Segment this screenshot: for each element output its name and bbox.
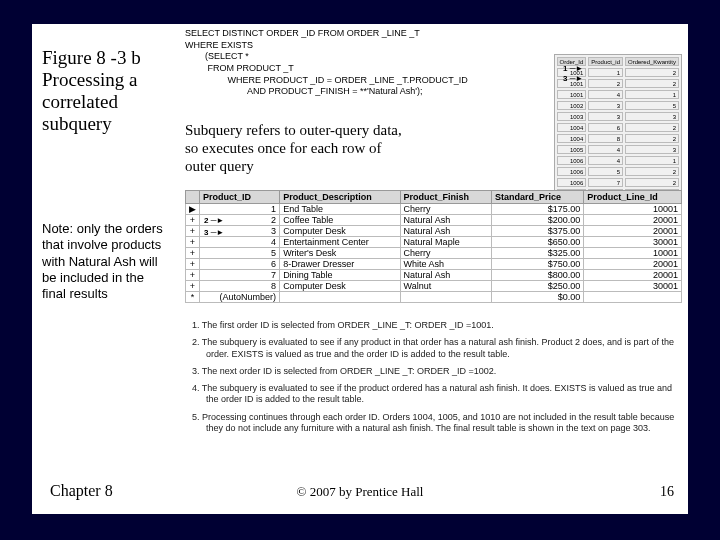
figure-title: Figure 8 -3 b Processing a correlated su… — [42, 47, 172, 134]
note-text: Note: only the orders that involve produ… — [42, 221, 167, 302]
processing-steps: 1. The first order ID is selected from O… — [192, 320, 682, 440]
product-table: Product_IDProduct_DescriptionProduct_Fin… — [185, 190, 682, 303]
sql-code: SELECT DISTINCT ORDER _ID FROM ORDER _LI… — [185, 28, 577, 98]
footer-page: 16 — [660, 484, 674, 500]
footer-copyright: © 2007 by Prentice Hall — [32, 484, 688, 500]
arrow-label-1: 1 ─► — [563, 64, 583, 73]
step-1: 1. The first order ID is selected from O… — [192, 320, 682, 331]
product-arrow-3: 3 ─► — [204, 228, 224, 237]
slide: Figure 8 -3 b Processing a correlated su… — [32, 24, 688, 514]
step-4: 4. The subquery is evaluated to see if t… — [192, 383, 682, 406]
annotation-text: Subquery refers to outer-query data, so … — [185, 121, 405, 175]
arrow-label-3: 3 ─► — [563, 74, 583, 83]
product-arrow-2: 2 ─► — [204, 216, 224, 225]
step-2: 2. The subquery is evaluated to see if a… — [192, 337, 682, 360]
step-5: 5. Processing continues through each ord… — [192, 412, 682, 435]
step-3: 3. The next order ID is selected from OR… — [192, 366, 682, 377]
